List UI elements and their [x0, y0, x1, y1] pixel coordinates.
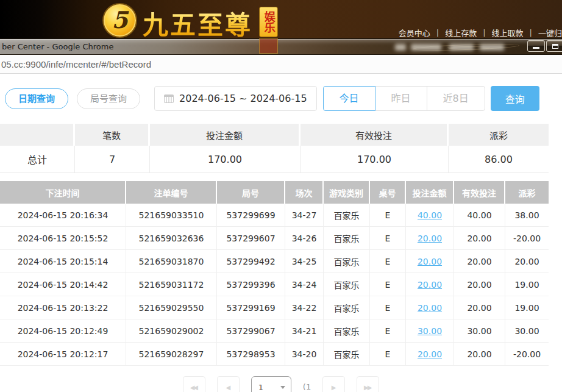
- cell-game: 百家乐: [324, 343, 370, 366]
- cell-game: 百家乐: [324, 319, 370, 343]
- nav-member-center[interactable]: 会员中心: [393, 27, 436, 38]
- cell-game: 百家乐: [324, 250, 370, 273]
- quick-range-group: 今日 昨日 近8日: [323, 86, 485, 111]
- col-game-type: 游戏类别: [324, 181, 370, 204]
- table-row: 2024-06-15 20:12:17 521659028297 5372989…: [0, 343, 549, 366]
- summary-total-row: 总计 7 170.00 170.00 86.00: [0, 146, 549, 173]
- last-page-icon: ▶▶: [364, 384, 371, 391]
- cell-valid: 20.00: [454, 250, 505, 273]
- nav-online-deposit[interactable]: 线上存款: [439, 27, 483, 38]
- cell-session: 34-25: [285, 250, 324, 273]
- search-button[interactable]: 查询: [491, 86, 539, 111]
- bet-amount-link[interactable]: 20.00: [418, 349, 442, 359]
- summary-header-bet-amount: 投注金额: [150, 124, 301, 146]
- cell-valid: 20.00: [454, 343, 505, 366]
- prev-page-icon: ◀: [226, 384, 229, 391]
- cell-table: E: [370, 319, 406, 343]
- quick-last8days-button[interactable]: 近8日: [427, 86, 485, 111]
- popup-window-title: ber Center - Google Chrome: [2, 42, 113, 51]
- table-header-row: 下注时间 注单编号 局号 场次 游戏类别 桌号 投注金额 有效投注 派彩: [0, 181, 549, 204]
- bet-amount-link[interactable]: 20.00: [418, 280, 442, 290]
- url-bar[interactable]: 05.cc:9900/infe/mcenter/#/betRecord: [0, 55, 562, 74]
- cell-round: 537299699: [217, 204, 285, 227]
- summary-header-row: 笔数 投注金额 有效投注 派彩: [0, 124, 549, 146]
- summary-count-value: 7: [75, 146, 150, 173]
- popup-titlebar[interactable]: ber Center - Google Chrome: [0, 38, 562, 55]
- bet-amount-link[interactable]: 40.00: [418, 210, 442, 220]
- cell-order: 521659031172: [126, 273, 217, 296]
- cell-round: 537299396: [217, 273, 285, 296]
- bet-amount-link[interactable]: 20.00: [418, 233, 442, 243]
- maximize-button[interactable]: [546, 40, 562, 52]
- cell-time: 2024-06-15 20:14:42: [0, 273, 126, 296]
- cell-table: E: [370, 273, 406, 296]
- quick-yesterday-button[interactable]: 昨日: [375, 86, 427, 111]
- next-page-button[interactable]: ▶: [322, 376, 345, 392]
- cell-payout: -20.00: [505, 343, 549, 366]
- table-row: 2024-06-15 20:12:49 521659029002 5372990…: [0, 319, 549, 343]
- summary-valid-bet-value: 170.00: [301, 146, 449, 173]
- cell-table: E: [370, 343, 406, 366]
- cell-round: 537299492: [217, 250, 285, 273]
- top-nav: 会员中心 | 线上存款 | 线上取款 | 一键归: [393, 27, 562, 38]
- minimize-button[interactable]: [527, 40, 545, 52]
- first-page-button[interactable]: ◀◀: [183, 376, 205, 392]
- cell-payout: 19.00: [505, 273, 549, 296]
- page-select[interactable]: 1: [251, 376, 291, 392]
- cell-round: 537299169: [217, 296, 285, 319]
- cell-round: 537298953: [217, 343, 285, 366]
- cell-table: E: [370, 227, 406, 250]
- nav-one-key[interactable]: 一键归: [532, 27, 562, 38]
- bet-amount-link[interactable]: 20.00: [418, 303, 442, 313]
- summary-header-count: 笔数: [75, 124, 150, 146]
- col-session: 场次: [285, 181, 324, 204]
- filter-row: 日期查询 局号查询 2024-06-15 ~ 2024-06-15 今日 昨日 …: [5, 86, 562, 111]
- site-logo-icon: 5: [102, 3, 137, 38]
- bet-record-page: 日期查询 局号查询 2024-06-15 ~ 2024-06-15 今日 昨日 …: [0, 74, 562, 366]
- logo-number: 5: [112, 6, 127, 34]
- col-order-number: 注单编号: [126, 181, 217, 204]
- prev-page-button[interactable]: ◀: [217, 376, 240, 392]
- quick-today-button[interactable]: 今日: [323, 86, 375, 111]
- table-row: 2024-06-15 20:15:52 521659032636 5372996…: [0, 227, 549, 250]
- col-bet-amount: 投注金额: [406, 181, 454, 204]
- bet-amount-link[interactable]: 20.00: [418, 257, 442, 266]
- cell-round: 537299067: [217, 319, 285, 343]
- cell-session: 34-21: [285, 319, 324, 343]
- cell-session: 34-26: [285, 227, 324, 250]
- blurred-account-label: [395, 44, 406, 51]
- nav-online-withdraw[interactable]: 线上取款: [486, 27, 530, 38]
- maximize-icon: [552, 44, 558, 49]
- date-range-value: 2024-06-15 ~ 2024-06-15: [179, 93, 307, 104]
- next-page-icon: ▶: [332, 384, 335, 391]
- bet-record-table: 下注时间 注单编号 局号 场次 游戏类别 桌号 投注金额 有效投注 派彩 202…: [0, 181, 549, 366]
- date-range-input[interactable]: 2024-06-15 ~ 2024-06-15: [154, 86, 317, 111]
- cell-payout: 38.00: [505, 204, 549, 227]
- table-row: 2024-06-15 20:16:34 521659033510 5372996…: [0, 204, 549, 227]
- cell-order: 521659029550: [126, 296, 217, 319]
- cell-game: 百家乐: [324, 227, 370, 250]
- cell-session: 34-27: [285, 204, 324, 227]
- bet-amount-link[interactable]: 30.00: [418, 326, 442, 336]
- col-round-number: 局号: [217, 181, 285, 204]
- url-text: 05.cc:9900/infe/mcenter/#/betRecord: [1, 59, 151, 69]
- cell-time: 2024-06-15 20:12:49: [0, 319, 126, 343]
- cell-payout: -20.00: [505, 227, 549, 250]
- tab-date-query[interactable]: 日期查询: [5, 88, 68, 109]
- summary-payout-value: 86.00: [449, 146, 549, 173]
- cell-valid: 20.00: [454, 273, 505, 296]
- cell-order: 521659028297: [126, 343, 217, 366]
- minimize-icon: [533, 47, 539, 49]
- last-page-button[interactable]: ▶▶: [357, 376, 379, 392]
- col-payout: 派彩: [505, 181, 549, 204]
- pagination: ◀◀ ◀ 1 (1 ▶ ▶▶: [0, 376, 562, 392]
- cell-time: 2024-06-15 20:16:34: [0, 204, 126, 227]
- col-valid-bet: 有效投注: [454, 181, 505, 204]
- summary-bet-amount-value: 170.00: [150, 146, 301, 173]
- tab-round-query[interactable]: 局号查询: [77, 88, 140, 109]
- cell-session: 34-20: [285, 343, 324, 366]
- table-row: 2024-06-15 20:15:14 521659031870 5372994…: [0, 250, 549, 273]
- blurred-balance-value: [480, 44, 504, 51]
- table-row: 2024-06-15 20:13:22 521659029550 5372991…: [0, 296, 549, 319]
- cell-game: 百家乐: [324, 296, 370, 319]
